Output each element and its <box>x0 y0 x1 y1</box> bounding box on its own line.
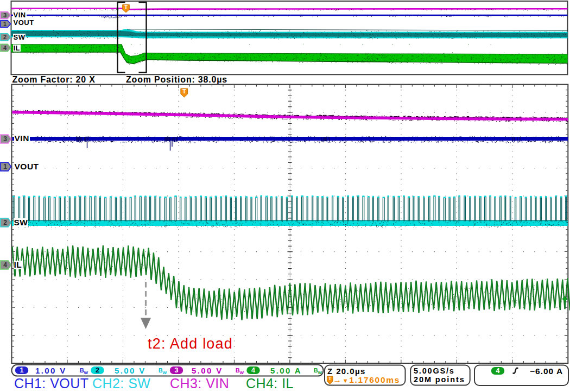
svg-text:2: 2 <box>3 34 7 40</box>
svg-text:4: 4 <box>3 45 7 51</box>
svg-text:1: 1 <box>20 366 24 374</box>
svg-text:1: 1 <box>3 21 7 27</box>
svg-text:4: 4 <box>251 366 255 374</box>
svg-text:3: 3 <box>175 366 179 374</box>
svg-text:4: 4 <box>3 261 7 269</box>
svg-text:4: 4 <box>496 367 500 375</box>
svg-text:3: 3 <box>3 135 7 143</box>
svg-text:2: 2 <box>96 366 99 374</box>
svg-text:3: 3 <box>3 12 7 18</box>
svg-text:1: 1 <box>3 163 7 170</box>
svg-text:2: 2 <box>3 219 7 226</box>
